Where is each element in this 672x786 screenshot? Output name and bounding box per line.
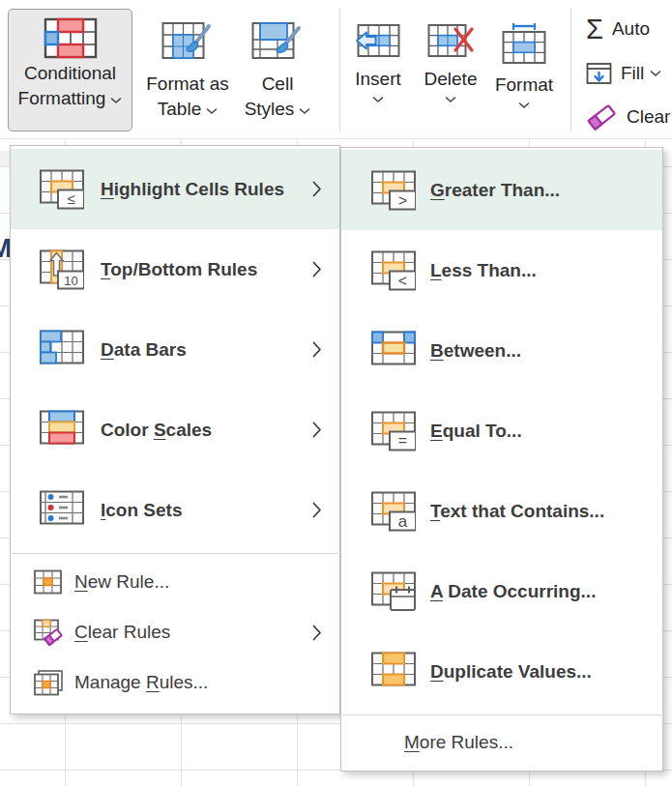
submenu-item-label: Duplicate Values... xyxy=(430,661,653,683)
cell-styles-label-line2: Styles xyxy=(245,97,311,122)
menu-item-label: Highlight Cells Rules xyxy=(101,179,312,200)
chevron-right-icon xyxy=(312,341,322,358)
clear-rules-icon xyxy=(32,619,65,646)
menu-item-label: Icon Sets xyxy=(101,500,312,521)
submenu-item-label: Less Than... xyxy=(430,260,653,281)
chevron-right-icon xyxy=(312,625,322,641)
duplicate-values-icon xyxy=(370,652,417,692)
delete-label: Delete xyxy=(424,67,478,92)
highlight-cells-rules-icon: ≤ xyxy=(38,169,86,210)
clear-button[interactable]: Clear xyxy=(586,102,670,131)
submenu-item-text-that-contains[interactable]: a Text that Contains... xyxy=(341,471,662,551)
menu-item-label: Color Scales xyxy=(101,420,312,441)
submenu-item-label: Text that Contains... xyxy=(430,501,653,522)
clear-label: Clear xyxy=(627,106,670,128)
conditional-formatting-button[interactable]: Conditional Formatting xyxy=(8,9,132,131)
menu-item-label: Clear Rules xyxy=(74,622,312,643)
menu-item-top-bottom-rules[interactable]: 10 Top/Bottom Rules xyxy=(11,229,339,309)
equal-to-icon: = xyxy=(370,411,417,451)
format-label: Format xyxy=(495,73,553,98)
menu-item-label: New Rule... xyxy=(74,571,326,593)
insert-label: Insert xyxy=(355,67,401,92)
format-as-table-icon xyxy=(161,19,214,66)
conditional-formatting-icon xyxy=(44,16,98,61)
submenu-item-less-than[interactable]: < Less Than... xyxy=(341,230,662,310)
chevron-right-icon xyxy=(312,181,322,197)
svg-text:≤: ≤ xyxy=(67,190,74,207)
text-that-contains-icon: a xyxy=(370,491,417,532)
new-rule-icon xyxy=(32,569,65,596)
chevron-down-icon xyxy=(650,70,661,77)
format-as-table-label-line2: Table xyxy=(158,97,218,122)
chevron-down-icon xyxy=(445,96,456,103)
submenu-separator xyxy=(342,714,661,715)
svg-text:>: > xyxy=(398,191,407,208)
menu-item-manage-rules[interactable]: Manage Rules... xyxy=(11,657,339,708)
sigma-icon: Σ xyxy=(586,14,603,44)
menu-item-clear-rules[interactable]: Clear Rules xyxy=(11,607,339,657)
eraser-icon xyxy=(586,102,618,131)
chevron-right-icon xyxy=(312,261,322,277)
submenu-item-duplicate-values[interactable]: Duplicate Values... xyxy=(341,631,662,712)
cell-styles-button[interactable]: Cell Styles xyxy=(238,10,317,122)
submenu-item-greater-than[interactable]: > Greater Than... xyxy=(341,150,662,230)
chevron-down-icon xyxy=(299,99,310,119)
worksheet-row-band xyxy=(0,151,10,166)
conditional-formatting-menu: ≤ Highlight Cells Rules 10 Top/Bottom Ru… xyxy=(10,145,340,714)
svg-text:a: a xyxy=(398,512,408,531)
cell-styles-icon xyxy=(251,19,304,66)
data-bars-icon xyxy=(38,330,86,370)
fill-label: Fill xyxy=(621,63,644,84)
chevron-right-icon xyxy=(312,422,322,438)
insert-button[interactable]: Insert xyxy=(348,10,408,103)
svg-text:10: 10 xyxy=(64,273,77,287)
chevron-down-icon xyxy=(518,102,530,109)
between-icon xyxy=(370,331,417,371)
cell-styles-label-line1: Cell xyxy=(262,72,294,97)
submenu-item-label: Between... xyxy=(430,340,653,362)
format-cells-icon xyxy=(502,22,546,65)
delete-button[interactable]: Delete xyxy=(420,10,482,103)
chevron-down-icon xyxy=(372,96,384,103)
submenu-item-more-rules[interactable]: More Rules... xyxy=(341,718,662,766)
chevron-right-icon xyxy=(312,502,322,518)
chevron-down-icon xyxy=(206,99,218,119)
menu-item-new-rule[interactable]: New Rule... xyxy=(11,557,339,607)
color-scales-icon xyxy=(38,410,86,451)
menu-item-highlight-cells-rules[interactable]: ≤ Highlight Cells Rules xyxy=(11,149,339,229)
conditional-formatting-label-line2: Formatting xyxy=(18,86,123,111)
submenu-item-equal-to[interactable]: = Equal To... xyxy=(341,391,662,471)
svg-text:=: = xyxy=(398,432,407,449)
submenu-item-label: More Rules... xyxy=(404,732,653,753)
chevron-down-icon xyxy=(110,88,122,108)
format-button[interactable]: Format xyxy=(491,10,557,109)
a-date-occurring-icon xyxy=(370,571,417,612)
menu-item-icon-sets[interactable]: Icon Sets xyxy=(11,470,339,550)
less-than-icon: < xyxy=(370,250,417,291)
autosum-label: Auto xyxy=(612,18,650,40)
menu-item-label: Data Bars xyxy=(101,339,312,361)
svg-text:<: < xyxy=(398,272,407,288)
menu-item-label: Manage Rules... xyxy=(74,672,326,693)
autosum-button[interactable]: Σ Auto xyxy=(586,14,650,44)
icon-sets-icon xyxy=(38,490,86,531)
submenu-item-between[interactable]: Between... xyxy=(341,310,662,391)
submenu-item-label: Greater Than... xyxy=(430,180,653,201)
menu-item-data-bars[interactable]: Data Bars xyxy=(11,309,339,390)
highlight-cells-rules-submenu: > Greater Than... < Less Than... xyxy=(340,147,663,771)
top-bottom-rules-icon: 10 xyxy=(38,249,86,290)
menu-item-color-scales[interactable]: Color Scales xyxy=(11,390,339,470)
submenu-item-a-date-occurring[interactable]: A Date Occurring... xyxy=(341,551,662,631)
fill-button[interactable]: Fill xyxy=(586,61,661,86)
conditional-formatting-label-line1: Conditional xyxy=(24,61,116,86)
menu-item-label: Top/Bottom Rules xyxy=(101,259,312,280)
submenu-item-label: Equal To... xyxy=(430,421,653,442)
ribbon: Conditional Formatting Format as Table xyxy=(0,0,672,139)
format-as-table-button[interactable]: Format as Table xyxy=(139,10,236,122)
delete-cells-icon xyxy=(427,22,474,59)
greater-than-icon: > xyxy=(370,170,417,211)
insert-cells-icon xyxy=(355,22,401,59)
menu-separator xyxy=(12,553,338,554)
manage-rules-icon xyxy=(32,670,65,696)
submenu-item-label: A Date Occurring... xyxy=(430,581,653,602)
